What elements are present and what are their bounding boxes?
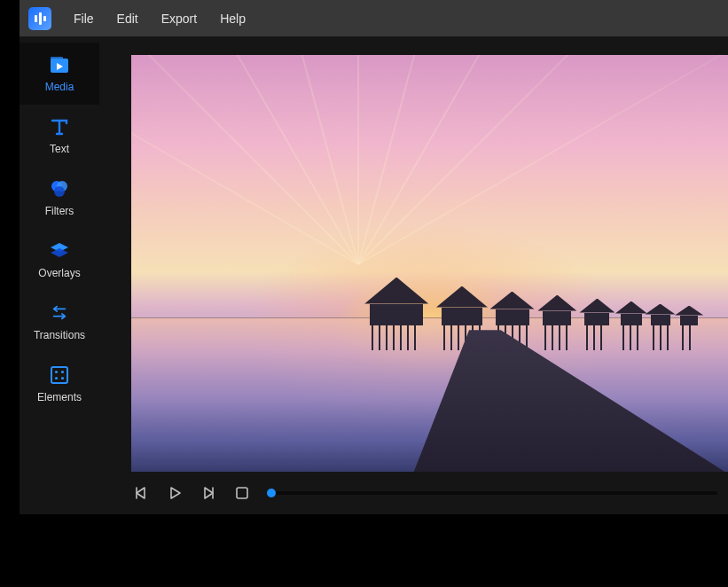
text-icon [49, 116, 70, 137]
content-area: Media Text Filters [20, 37, 728, 514]
svg-point-11 [55, 377, 58, 380]
svg-marker-13 [137, 488, 145, 498]
sidebar-item-label: Transitions [34, 329, 85, 341]
svg-point-10 [61, 371, 64, 373]
sidebar: Media Text Filters [20, 37, 99, 514]
media-icon [49, 54, 70, 75]
sidebar-item-elements[interactable]: Elements [20, 353, 99, 415]
play-button[interactable] [165, 483, 184, 503]
preview-viewport[interactable] [131, 55, 728, 472]
app-logo-icon[interactable] [28, 7, 51, 30]
sidebar-item-media[interactable]: Media [20, 43, 99, 105]
main-panel [99, 37, 728, 514]
svg-point-12 [61, 377, 64, 380]
timeline-track[interactable] [271, 491, 717, 495]
stop-button[interactable] [232, 483, 252, 503]
svg-point-5 [54, 186, 65, 197]
svg-marker-7 [51, 248, 68, 257]
sidebar-item-filters[interactable]: Filters [20, 167, 99, 229]
menu-file[interactable]: File [64, 6, 104, 31]
step-forward-icon [200, 485, 216, 501]
menu-edit[interactable]: Edit [107, 6, 148, 31]
sidebar-item-label: Media [45, 81, 74, 93]
step-back-button[interactable] [131, 483, 151, 503]
elements-icon [49, 364, 70, 386]
preview-image [131, 55, 728, 472]
svg-marker-15 [171, 488, 180, 498]
menu-export[interactable]: Export [152, 6, 207, 31]
sidebar-item-text[interactable]: Text [20, 105, 99, 167]
filters-icon [49, 178, 70, 200]
svg-rect-18 [237, 488, 247, 498]
sidebar-item-label: Elements [37, 391, 82, 403]
playhead-handle[interactable] [267, 489, 276, 497]
stop-icon [235, 486, 249, 500]
svg-rect-1 [51, 57, 63, 60]
playback-controls [122, 472, 728, 514]
app-window: File Edit Export Help Media [20, 0, 728, 514]
step-forward-button[interactable] [199, 483, 218, 503]
svg-rect-8 [51, 367, 67, 383]
window-shadow [20, 514, 728, 585]
menu-help[interactable]: Help [210, 6, 255, 31]
play-icon [167, 485, 183, 501]
sidebar-item-transitions[interactable]: Transitions [20, 291, 99, 353]
sidebar-item-overlays[interactable]: Overlays [20, 229, 99, 291]
svg-point-9 [55, 371, 58, 373]
menubar: File Edit Export Help [20, 0, 728, 37]
sidebar-item-label: Text [50, 143, 69, 155]
step-back-icon [133, 485, 149, 501]
svg-marker-16 [205, 488, 213, 498]
overlays-icon [49, 240, 70, 262]
sidebar-item-label: Filters [45, 205, 74, 217]
sidebar-item-label: Overlays [38, 267, 80, 279]
transitions-icon [49, 302, 70, 324]
